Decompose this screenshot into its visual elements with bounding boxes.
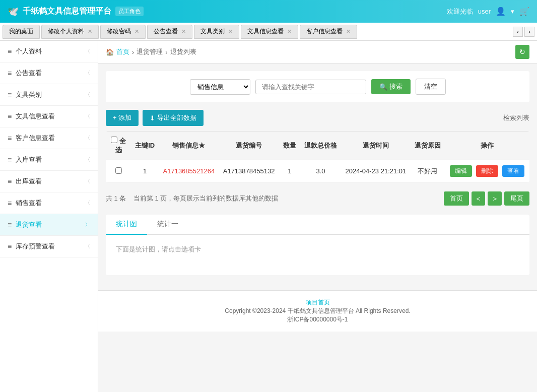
pagination-bar: 共 1 条 当前第 1 页，每页展示当前列的数据库其他的数据 首页 < > 尾页 [106,187,529,210]
tab-close-icon[interactable]: ✕ [181,28,186,35]
export-icon: ⬇ [150,114,155,122]
add-button[interactable]: + 添加 [106,110,139,126]
breadcrumb-home[interactable]: 首页 [116,47,129,56]
select-all-checkbox[interactable] [111,137,117,143]
sales-info-link[interactable]: A1713685521264 [163,167,215,175]
col-sales-info: 销售信息★ [159,132,219,160]
footer-copyright: Copyright ©2023-2024 千纸鹤文具信息管理平台 All Rig… [225,307,410,314]
table-header: 全选 主键ID 销售信息★ 退货编号 数量 退款总价格 退货时间 退货原因 操作 [106,132,529,160]
sidebar-item-announcement[interactable]: ≡ 公告查看 〈 [0,62,98,84]
tabs-next-button[interactable]: › [524,27,534,37]
sidebar-item-returns[interactable]: ≡ 退货查看 〉 [0,214,98,236]
col-id: 主键ID [131,132,159,160]
tab-profile[interactable]: 修改个人资料 ✕ [41,25,99,39]
clear-button[interactable]: 清空 [416,79,446,95]
tab-close-icon[interactable]: ✕ [287,28,292,35]
sidebar-item-customer-info[interactable]: ≡ 客户信息查看 〈 [0,127,98,149]
sidebar-item-stationery-type[interactable]: ≡ 文具类别 〈 [0,84,98,106]
export-button[interactable]: ⬇ 导出全部数据 [143,110,204,126]
view-button[interactable]: 查看 [502,165,524,177]
chevron-right-icon: 〈 [85,243,90,250]
footer-project-link[interactable]: 项目首页 [306,299,330,306]
next-page-button[interactable]: > [488,191,502,206]
menu-icon: ≡ [8,177,12,185]
stats-tab-chart[interactable]: 统计图 [106,215,147,235]
breadcrumb: 🏠 首页 › 退货管理 › 退货列表 [106,47,196,56]
export-btn-label: 导出全部数据 [157,113,196,122]
sidebar-item-stationery-info[interactable]: ≡ 文具信息查看 〈 [0,106,98,127]
chevron-right-icon: 〈 [85,91,90,98]
tab-close-icon[interactable]: ✕ [88,28,92,35]
footer: 项目首页 Copyright ©2023-2024 千纸鹤文具信息管理平台 Al… [98,290,537,332]
sidebar-item-outbound[interactable]: ≡ 出库查看 〈 [0,171,98,192]
stats-tabs: 统计图 统计一 [106,215,529,235]
chevron-right-icon: 〈 [85,156,90,163]
page-suffix: 页，每页展示当前列的数据库其他的数据 [160,194,278,202]
returns-table: 全选 主键ID 销售信息★ 退货编号 数量 退款总价格 退货时间 退货原因 操作 [106,131,529,182]
search-select[interactable]: 销售信息 退货编号 数量 退款总价格 [190,79,250,95]
edit-button[interactable]: 编辑 [450,165,472,177]
table-row: 1 A1713685521264 A1713878455132 1 3.0 20… [106,160,529,182]
menu-icon: ≡ [8,221,12,229]
chevron-right-icon: 〈 [85,113,90,120]
header-right: 欢迎光临 user 👤 ▾ 🛒 [447,7,529,16]
last-page-button[interactable]: 尾页 [504,191,529,206]
first-page-button[interactable]: 首页 [444,191,469,206]
sidebar-label: 个人资料 [16,47,42,56]
refresh-button[interactable]: ↻ [515,45,529,59]
current-page-label: 当前第 [133,194,153,202]
search-bar: 销售信息 退货编号 数量 退款总价格 🔍 搜索 清空 [106,71,529,102]
tab-close-icon[interactable]: ✕ [346,28,351,35]
tab-desktop[interactable]: 我的桌面 [3,25,40,39]
footer-icp: 浙ICP备00000000号-1 [287,316,348,323]
total-count: 共 1 条 [106,194,126,202]
tab-announcement[interactable]: 公告查看 ✕ [147,25,192,39]
sidebar-item-profile[interactable]: ≡ 个人资料 〈 [0,41,98,62]
row-return-no: A1713878455132 [219,160,279,182]
search-icon: 🔍 [379,83,387,91]
breadcrumb-parent: 退货管理 [137,47,163,56]
sidebar-item-sales[interactable]: ≡ 销售查看 〈 [0,192,98,214]
tab-stationery-info[interactable]: 文具信息查看 ✕ [241,25,298,39]
sidebar-label: 文具类别 [16,90,42,99]
user-avatar-icon: 👤 [496,7,506,16]
tab-stationery-type[interactable]: 文具类别 ✕ [194,25,239,39]
search-button[interactable]: 🔍 搜索 [371,79,411,94]
tabs-navigation: ‹ › [513,27,534,37]
breadcrumb-bar: 🏠 首页 › 退货管理 › 退货列表 ↻ [98,41,537,63]
stats-hint: 下面是统计图，请点击选项卡 [116,245,201,253]
tab-customer-info[interactable]: 客户信息查看 ✕ [300,25,357,39]
tab-close-icon[interactable]: ✕ [228,28,233,35]
data-table: 全选 主键ID 销售信息★ 退货编号 数量 退款总价格 退货时间 退货原因 操作 [106,131,529,182]
sidebar-label: 出库查看 [16,177,42,186]
result-label: 检索列表 [503,113,529,122]
stats-tab-one[interactable]: 统计一 [147,215,188,235]
chevron-right-icon: 〈 [85,48,90,55]
col-quantity: 数量 [279,132,300,160]
prev-page-button[interactable]: < [472,191,486,206]
tab-label: 文具类别 [200,27,225,36]
menu-icon: ≡ [8,156,12,164]
sidebar-label: 客户信息查看 [16,134,55,143]
action-bar: + 添加 ⬇ 导出全部数据 检索列表 [106,110,529,126]
tab-close-icon[interactable]: ✕ [135,28,139,35]
tabs-prev-button[interactable]: ‹ [513,27,523,37]
tab-password[interactable]: 修改密码 ✕ [100,25,146,39]
tab-label: 文具信息查看 [247,27,284,36]
chevron-right-icon: 〉 [85,221,90,228]
menu-icon: ≡ [8,47,12,55]
sidebar-item-inventory-alert[interactable]: ≡ 库存预警查看 〈 [0,236,98,257]
chevron-right-icon: 〈 [85,135,90,142]
dropdown-arrow-icon[interactable]: ▾ [511,8,514,15]
row-checkbox[interactable] [115,167,122,174]
tab-label: 我的桌面 [9,27,33,36]
shopping-icon[interactable]: 🛒 [519,7,529,16]
row-quantity: 1 [279,160,300,182]
delete-button[interactable]: 删除 [476,165,498,177]
tab-label: 公告查看 [154,27,178,36]
menu-icon: ≡ [8,91,12,99]
app-title: 千纸鹤文具信息管理平台 [23,6,111,17]
sidebar-item-inbound[interactable]: ≡ 入库查看 〈 [0,149,98,171]
username-display: user [478,8,491,15]
search-input[interactable] [255,80,366,94]
